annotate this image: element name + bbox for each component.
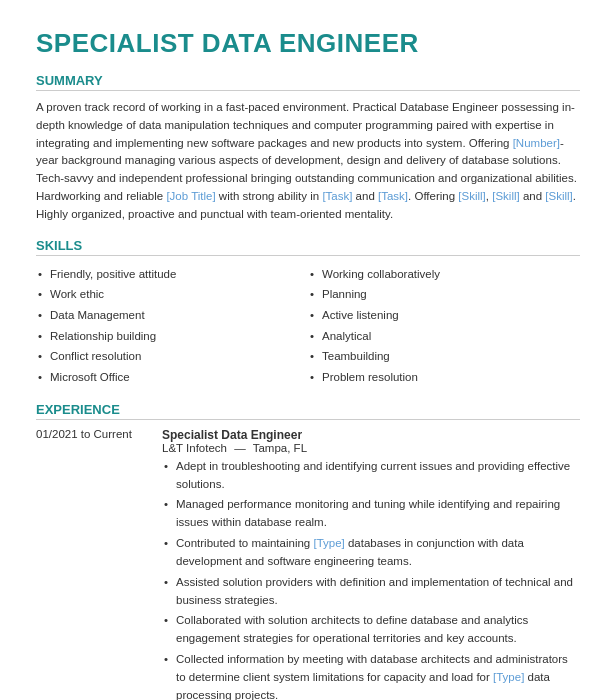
exp-bullet: Adept in troubleshooting and identifying…	[162, 458, 580, 494]
summary-placeholder-task2: [Task]	[378, 190, 408, 202]
skills-section-header: SKILLS	[36, 238, 580, 256]
skill-item: Planning	[308, 284, 580, 305]
exp-bullet: Collected information by meeting with da…	[162, 651, 580, 700]
skill-item: Teambuilding	[308, 346, 580, 367]
exp-separator: —	[234, 442, 246, 454]
summary-placeholder-skill2: [Skill]	[492, 190, 519, 202]
experience-section-header: EXPERIENCE	[36, 402, 580, 420]
exp-company-name: L&T Infotech	[162, 442, 227, 454]
exp-company: L&T Infotech — Tampa, FL	[162, 442, 580, 454]
skill-item: Relationship building	[36, 326, 308, 347]
summary-placeholder-skill1: [Skill]	[458, 190, 485, 202]
exp-location: Tampa, FL	[253, 442, 307, 454]
skill-item: Analytical	[308, 326, 580, 347]
summary-section-header: SUMMARY	[36, 73, 580, 91]
summary-placeholder-jobtitle: [Job Title]	[166, 190, 215, 202]
skill-item: Work ethic	[36, 284, 308, 305]
exp-bullet: Assisted solution providers with definit…	[162, 574, 580, 610]
skill-item: Working collaboratively	[308, 264, 580, 285]
exp-job-title: Specialist Data Engineer	[162, 428, 580, 442]
skill-item: Data Management	[36, 305, 308, 326]
skill-item: Problem resolution	[308, 367, 580, 388]
summary-placeholder-task1: [Task]	[322, 190, 352, 202]
skills-left-col: Friendly, positive attitude Work ethic D…	[36, 264, 308, 388]
skill-item: Friendly, positive attitude	[36, 264, 308, 285]
exp-bullet: Contributed to maintaining [Type] databa…	[162, 535, 580, 571]
experience-entry: 01/2021 to Current Specialist Data Engin…	[36, 428, 580, 700]
exp-placeholder-type2: [Type]	[493, 671, 524, 683]
exp-bullet: Managed performance monitoring and tunin…	[162, 496, 580, 532]
exp-bullets-list: Adept in troubleshooting and identifying…	[162, 458, 580, 700]
skills-section: Friendly, positive attitude Work ethic D…	[36, 264, 580, 388]
page-title: SPECIALIST DATA ENGINEER	[36, 28, 580, 59]
summary-placeholder-skill3: [Skill]	[545, 190, 572, 202]
skills-right-col: Working collaboratively Planning Active …	[308, 264, 580, 388]
exp-date: 01/2021 to Current	[36, 428, 146, 700]
summary-placeholder-number: [Number]	[513, 137, 560, 149]
skill-item: Microsoft Office	[36, 367, 308, 388]
exp-content: Specialist Data Engineer L&T Infotech — …	[162, 428, 580, 700]
exp-bullet: Collaborated with solution architects to…	[162, 612, 580, 648]
exp-placeholder-type1: [Type]	[313, 537, 344, 549]
skill-item: Conflict resolution	[36, 346, 308, 367]
skill-item: Active listening	[308, 305, 580, 326]
summary-text: A proven track record of working in a fa…	[36, 99, 580, 224]
